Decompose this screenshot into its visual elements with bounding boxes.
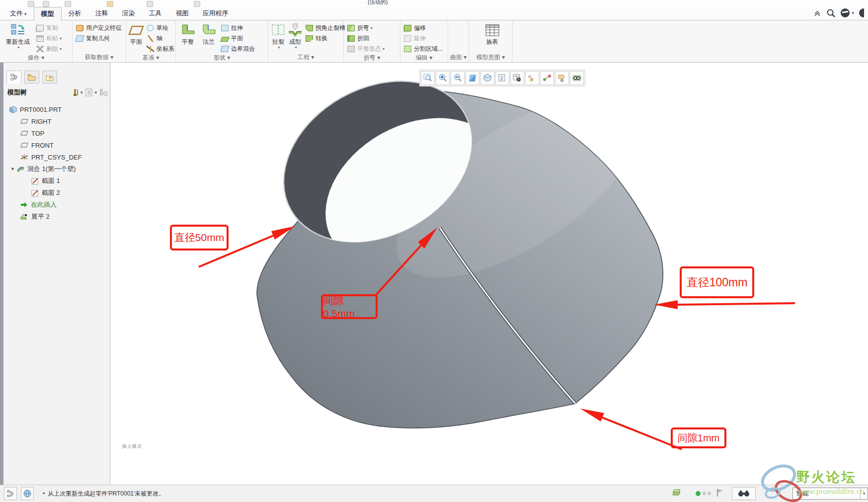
- convert-icon: [306, 35, 313, 42]
- group-label[interactable]: 基准 ▾: [126, 54, 175, 62]
- expander-icon[interactable]: ▼: [10, 167, 16, 171]
- model-tree-header: 模型树 ▾ ▾: [3, 84, 110, 99]
- dropdown-caret-icon: ▾: [852, 10, 854, 15]
- delete-button[interactable]: 删除▾: [34, 44, 64, 54]
- boundary-blend-button[interactable]: 边界混合: [219, 44, 257, 54]
- tree-columns-button[interactable]: [100, 88, 108, 96]
- extend-button[interactable]: 延伸: [402, 33, 445, 44]
- tree-item-top-plane[interactable]: TOP: [3, 127, 110, 139]
- collapse-ribbon-icon[interactable]: [813, 9, 821, 16]
- navigator-toggle-button[interactable]: [4, 487, 17, 500]
- layers-icon[interactable]: [672, 489, 682, 499]
- zoom-in-icon[interactable]: [436, 71, 450, 85]
- tab-model[interactable]: 模型: [34, 7, 62, 21]
- corner-relief-button[interactable]: 拐角止裂槽: [304, 23, 347, 33]
- copy-button[interactable]: 复制: [34, 23, 64, 33]
- tree-tools-button[interactable]: ▾: [71, 88, 83, 96]
- group-label[interactable]: 获取数据 ▾: [73, 54, 126, 62]
- quick-access-icon[interactable]: [43, 1, 49, 7]
- tab-view[interactable]: 视图: [169, 7, 196, 20]
- ribbon-group-engineering: 扯裂 ▾ 成型 ▾ 拐角止裂槽 转换 工程 ▾: [268, 20, 344, 62]
- folder-browser-tab[interactable]: [24, 71, 39, 84]
- quick-access-icon[interactable]: [28, 1, 34, 7]
- search-icon[interactable]: [826, 8, 835, 17]
- flat-state-button[interactable]: 平整形态▾: [345, 44, 387, 54]
- convert-button[interactable]: 转换: [304, 33, 347, 44]
- regenerate-button[interactable]: 重新生成 ▾: [1, 22, 34, 50]
- tree-item-section1[interactable]: 截面 1: [3, 175, 110, 187]
- quick-access-icon[interactable]: [107, 1, 113, 7]
- tree-filters-button[interactable]: ▾: [85, 88, 97, 96]
- tree-item-blend[interactable]: ▼ 混合 1(第一个壁): [3, 163, 110, 175]
- group-label[interactable]: 工程 ▾: [268, 54, 343, 62]
- paste-button[interactable]: 粘贴▾: [34, 33, 64, 44]
- display-style-icon[interactable]: [480, 71, 494, 85]
- svg-text:✳: ✳: [48, 75, 52, 81]
- offset-icon: [404, 25, 411, 31]
- view-manager-icon[interactable]: [510, 71, 524, 85]
- udf-button[interactable]: 用户定义特征: [74, 23, 124, 33]
- family-table-button[interactable]: 族表: [478, 22, 507, 45]
- corner-relief-icon: [306, 25, 313, 31]
- form-button[interactable]: 成型 ▾: [287, 22, 304, 50]
- rip-button[interactable]: 扯裂 ▾: [270, 22, 287, 50]
- graphics-area[interactable]: x/ 插入模式: [110, 63, 868, 485]
- datum-plane-button[interactable]: 平面: [128, 22, 145, 45]
- sketch-button[interactable]: 草绘: [145, 23, 176, 33]
- tree-item-label: 展平 2: [31, 212, 50, 221]
- quick-access-icon[interactable]: [194, 1, 200, 7]
- group-label[interactable]: 折弯 ▾: [344, 54, 400, 62]
- tree-item-insert-here[interactable]: 在此插入: [3, 199, 110, 211]
- annotation-filter-icon[interactable]: [555, 71, 569, 85]
- browser-toggle-button[interactable]: [21, 487, 34, 500]
- tab-applications[interactable]: 应用程序: [196, 7, 236, 20]
- tree-item-section2[interactable]: 截面 2: [3, 187, 110, 199]
- tab-tools[interactable]: 工具: [142, 7, 169, 20]
- window-menu-icon[interactable]: [859, 8, 864, 18]
- tree-item-csys[interactable]: PRT_CSYS_DEF: [3, 151, 110, 163]
- quick-access-icon[interactable]: [65, 1, 71, 7]
- flat-wall-button[interactable]: 平整: [177, 22, 198, 45]
- flange-wall-button[interactable]: 法兰: [198, 22, 219, 45]
- offset-button[interactable]: 偏移: [402, 23, 445, 33]
- group-label[interactable]: 操作 ▾: [0, 54, 72, 62]
- tree-item-front-plane[interactable]: FRONT: [3, 139, 110, 151]
- annotation-display-icon[interactable]: [540, 71, 554, 85]
- perspective-icon[interactable]: [570, 71, 584, 85]
- selection-filter-dropdown[interactable]: 智能 ▾: [792, 488, 868, 500]
- group-label[interactable]: 形状 ▾: [176, 54, 268, 62]
- refit-icon[interactable]: [421, 71, 435, 85]
- bend-button[interactable]: 折弯▾: [345, 23, 387, 33]
- tab-render[interactable]: 渲染: [115, 7, 142, 20]
- group-label[interactable]: 编辑 ▾: [400, 54, 448, 62]
- copy-geometry-button[interactable]: 复制几何: [74, 33, 124, 44]
- csys-button[interactable]: 坐标系: [145, 44, 176, 54]
- group-label[interactable]: 曲面 ▾: [448, 54, 469, 62]
- repaint-icon[interactable]: [466, 71, 479, 85]
- planar-wall-button[interactable]: 平面: [219, 33, 257, 44]
- zoom-out-icon[interactable]: [451, 71, 465, 85]
- tab-annotate[interactable]: 注释: [88, 7, 115, 20]
- saved-orientations-icon[interactable]: [495, 71, 509, 85]
- cone-model[interactable]: [110, 63, 868, 485]
- tree-item-part[interactable]: PRT0001.PRT: [3, 103, 110, 115]
- extrude-button[interactable]: 拉伸: [219, 23, 257, 33]
- favorites-tab[interactable]: ✳: [42, 71, 57, 84]
- flag-icon[interactable]: [716, 488, 724, 499]
- paste-icon: [36, 35, 44, 42]
- group-label[interactable]: 模型意图 ▾: [469, 54, 512, 62]
- quick-access-icon[interactable]: [147, 1, 153, 7]
- find-button[interactable]: [732, 487, 756, 500]
- extend-icon: [404, 35, 411, 42]
- tab-file[interactable]: 文件▾: [3, 7, 34, 20]
- bend-back-button[interactable]: 折回: [345, 33, 387, 44]
- datum-display-icon[interactable]: x/: [525, 71, 539, 85]
- tree-item-right-plane[interactable]: RIGHT: [3, 115, 110, 127]
- tree-item-flatten[interactable]: 展平 2: [3, 211, 110, 223]
- split-area-button[interactable]: 分割区域...: [402, 44, 445, 54]
- tab-analysis[interactable]: 分析: [62, 7, 88, 20]
- ribbon-group-model-intent: 族表 模型意图 ▾: [469, 20, 513, 62]
- axis-button[interactable]: 轴: [145, 33, 176, 44]
- model-tree-tab[interactable]: [6, 71, 21, 84]
- resource-center-icon[interactable]: ▾: [840, 8, 854, 18]
